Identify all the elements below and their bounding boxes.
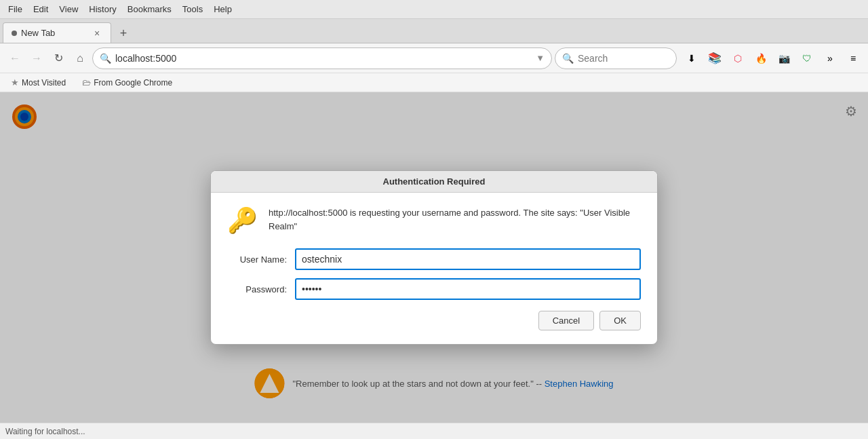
status-bar: Waiting for localhost...: [0, 423, 868, 439]
pocket-button[interactable]: ⬡: [728, 49, 747, 68]
hamburger-menu-button[interactable]: ≡: [844, 49, 863, 68]
folder-icon: 🗁: [82, 77, 91, 88]
dialog-body: 🔑 http://localhost:5000 is requesting yo…: [211, 193, 657, 344]
menu-view[interactable]: View: [54, 1, 83, 17]
forward-button[interactable]: →: [27, 49, 46, 68]
download-icon: ⬇: [688, 53, 696, 64]
home-button[interactable]: ⌂: [71, 49, 90, 68]
from-chrome-label: From Google Chrome: [94, 78, 172, 88]
dialog-title: Authentication Required: [383, 176, 486, 187]
nav-icons: ⬇ 📚 ⬡ 🔥 📷 🛡 » ≡: [682, 49, 863, 68]
password-label: Password:: [227, 284, 295, 294]
dialog-message-text: http://localhost:5000 is requesting your…: [269, 206, 641, 233]
main-content: ⚙ "Remember to look up at the stars and …: [0, 92, 868, 423]
status-text: Waiting for localhost...: [5, 427, 85, 436]
dialog-overlay: Authentication Required 🔑 http://localho…: [0, 92, 868, 423]
search-bar-icon: 🔍: [562, 53, 574, 64]
dialog-buttons: Cancel OK: [227, 311, 641, 330]
dialog-title-bar: Authentication Required: [211, 171, 657, 193]
menu-file[interactable]: File: [3, 1, 28, 17]
reload-button[interactable]: ↻: [49, 49, 68, 68]
most-visited-label: Most Visited: [22, 78, 66, 88]
url-input[interactable]: [115, 53, 532, 64]
shield-icon: 🛡: [802, 53, 812, 64]
tab-new-tab[interactable]: New Tab ×: [3, 22, 111, 43]
auth-dialog: Authentication Required 🔑 http://localho…: [210, 170, 658, 345]
firefox-color-icon: 🔥: [755, 53, 767, 64]
password-input[interactable]: [295, 278, 641, 300]
bookmark-most-visited[interactable]: ★ Most Visited: [5, 76, 71, 89]
screenshot-icon: 📷: [778, 53, 790, 64]
menu-edit[interactable]: Edit: [28, 1, 54, 17]
menu-bookmarks[interactable]: Bookmarks: [122, 1, 177, 17]
tab-close-button[interactable]: ×: [92, 28, 102, 39]
shield-button[interactable]: 🛡: [797, 49, 816, 68]
url-bar-container: 🔍 ▼: [92, 47, 552, 69]
tab-dot: [12, 31, 17, 36]
nav-bar: ← → ↻ ⌂ 🔍 ▼ 🔍 ⬇ 📚 ⬡ 🔥 📷 🛡: [0, 43, 868, 73]
search-bar-container: 🔍: [555, 47, 677, 69]
bookmark-from-chrome[interactable]: 🗁 From Google Chrome: [77, 76, 178, 89]
ok-button[interactable]: OK: [599, 311, 641, 330]
username-label: User Name:: [227, 254, 295, 265]
library-icon: 📚: [708, 52, 722, 64]
url-search-icon: 🔍: [100, 53, 111, 64]
cancel-button[interactable]: Cancel: [538, 311, 594, 330]
pocket-icon: ⬡: [734, 53, 742, 64]
bookmarks-bar: ★ Most Visited 🗁 From Google Chrome: [0, 73, 868, 92]
password-row: Password:: [227, 278, 641, 300]
key-icon: 🔑: [227, 206, 258, 235]
download-button[interactable]: ⬇: [682, 49, 701, 68]
reload-icon: ↻: [54, 52, 63, 64]
menu-tools[interactable]: Tools: [177, 1, 208, 17]
home-icon: ⌂: [77, 52, 83, 64]
url-dropdown-button[interactable]: ▼: [536, 53, 545, 63]
library-button[interactable]: 📚: [705, 49, 724, 68]
tab-title: New Tab: [21, 28, 87, 38]
back-button[interactable]: ←: [5, 49, 24, 68]
hamburger-icon: ≡: [850, 53, 856, 64]
search-input[interactable]: [578, 53, 696, 64]
menu-help[interactable]: Help: [208, 1, 237, 17]
back-icon: ←: [9, 52, 20, 64]
tab-bar: New Tab × +: [0, 19, 868, 43]
star-icon: ★: [11, 77, 19, 88]
firefox-color-button[interactable]: 🔥: [751, 49, 770, 68]
new-tab-button[interactable]: +: [114, 24, 133, 43]
forward-icon: →: [31, 52, 42, 64]
screenshot-button[interactable]: 📷: [774, 49, 793, 68]
menu-history[interactable]: History: [83, 1, 121, 17]
more-tools-icon: »: [827, 53, 833, 64]
username-row: User Name:: [227, 248, 641, 270]
dialog-message: 🔑 http://localhost:5000 is requesting yo…: [227, 206, 641, 235]
more-tools-button[interactable]: »: [821, 49, 840, 68]
menu-bar: File Edit View History Bookmarks Tools H…: [0, 0, 868, 19]
username-input[interactable]: [295, 248, 641, 270]
